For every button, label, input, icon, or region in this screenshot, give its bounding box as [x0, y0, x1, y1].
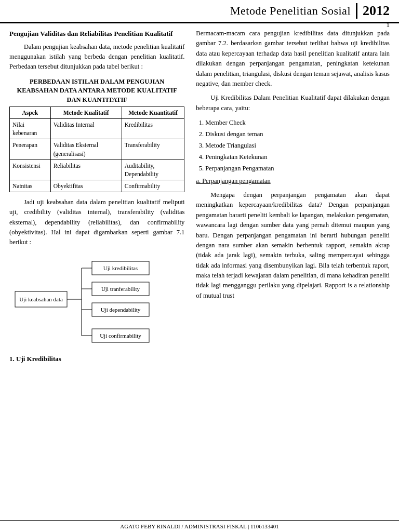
subheading-wrap: a. Perpanjangan pengamatan	[196, 177, 390, 187]
subheading: a. Perpanjangan pengamatan	[196, 177, 270, 185]
table-row: Konsistensi Reliabilitas Auditability, D…	[10, 159, 184, 180]
footer: AGATO FEBY RINALDI / ADMINISTRASI FISKAL…	[0, 520, 399, 532]
header: Metode Penelitian Sosial 2012	[0, 0, 399, 23]
cell-kualitatif-3: Obyektifitas	[50, 180, 122, 192]
table-heading: PERBEDAAN ISTILAH DALAM PENGUJIAN KEABSA…	[9, 77, 184, 105]
list-item: Perpanjangan Pengamatan	[205, 163, 390, 174]
main-content: Pengujian Validitas dan Reliabilitas Pen…	[0, 29, 399, 367]
footer-text: AGATO FEBY RINALDI / ADMINISTRASI FISKAL…	[120, 523, 278, 529]
comparison-table: Aspek Metode Kualitatif Metode Kuantitat…	[9, 107, 184, 192]
list-item: Peningkatan Ketekunan	[205, 152, 390, 162]
cell-kuantitatif-2: Auditability, Dependability	[122, 159, 184, 180]
cell-aspek-0: Nilai kebenaran	[10, 119, 51, 139]
table-header-row: Aspek Metode Kualitatif Metode Kuantitat…	[10, 107, 184, 119]
list-item: Diskusi dengan teman	[205, 129, 390, 139]
cell-kuantitatif-0: Kredibilitas	[122, 119, 184, 139]
cell-aspek-3: Natnitas	[10, 180, 51, 192]
right-column: Bermacam-macam cara pengujian kredibilit…	[192, 29, 390, 367]
svg-text:Uji dependability: Uji dependability	[100, 307, 140, 313]
diagram-section: Uji keabsahan data Uji kredibilitas Uji …	[9, 255, 184, 349]
cell-kualitatif-0: Validitas Internal	[50, 119, 122, 139]
page-number: 1	[387, 21, 390, 29]
diagram-svg: Uji keabsahan data Uji kredibilitas Uji …	[14, 255, 180, 349]
list-item: Metode Triangulasi	[205, 140, 390, 151]
svg-text:Uji keabsahan data: Uji keabsahan data	[19, 296, 63, 302]
left-section-title: Pengujian Validitas dan Reliabilitas Pen…	[9, 29, 184, 39]
header-year: 2012	[356, 3, 390, 19]
col-header-kualitatif: Metode Kualitatif	[50, 107, 122, 119]
table-row: Penerapan Validitas Eksternal (generalis…	[10, 139, 184, 159]
section2-title: 1. Uji Kredibilitas	[9, 354, 184, 364]
table-section: PERBEDAAN ISTILAH DALAM PENGUJIAN KEABSA…	[9, 77, 184, 192]
left-paragraph2: Jadi uji keabsahan data dalam penelitian…	[9, 197, 184, 248]
svg-text:Uji tranferability: Uji tranferability	[101, 286, 140, 292]
numbered-list: Member Check Diskusi dengan teman Metode…	[205, 117, 390, 174]
svg-text:Uji kredibilitas: Uji kredibilitas	[103, 265, 138, 271]
cell-kuantitatif-3: Confirmability	[122, 180, 184, 192]
table-row: Nilai kebenaran Validitas Internal Kredi…	[10, 119, 184, 139]
header-title: Metode Penelitian Sosial	[230, 4, 351, 18]
right-paragraph1: Bermacam-macam cara pengujian kredibilit…	[196, 29, 390, 89]
cell-kualitatif-2: Reliabilitas	[50, 159, 122, 180]
col-header-aspek: Aspek	[10, 107, 51, 119]
svg-text:Uji confirmability: Uji confirmability	[100, 332, 141, 339]
page: 1 Metode Penelitian Sosial 2012 Pengujia…	[0, 0, 399, 532]
cell-aspek-1: Penerapan	[10, 139, 51, 159]
cell-aspek-2: Konsistensi	[10, 159, 51, 180]
col-header-kuantitatif: Metode Kuantitatif	[122, 107, 184, 119]
right-paragraph3: Mengapa dengan perpanjangan pengamatan a…	[196, 190, 390, 301]
right-paragraph2: Uji Kredibilitas Dalam Penelitian Kualit…	[196, 93, 390, 113]
cell-kualitatif-1: Validitas Eksternal (generalisasi)	[50, 139, 122, 159]
left-column: Pengujian Validitas dan Reliabilitas Pen…	[9, 29, 192, 367]
list-item: Member Check	[205, 117, 390, 128]
left-paragraph1: Dalam pengujian keabsahan data, metode p…	[9, 42, 184, 72]
cell-kuantitatif-1: Transferability	[122, 139, 184, 159]
table-row: Natnitas Obyektifitas Confirmability	[10, 180, 184, 192]
